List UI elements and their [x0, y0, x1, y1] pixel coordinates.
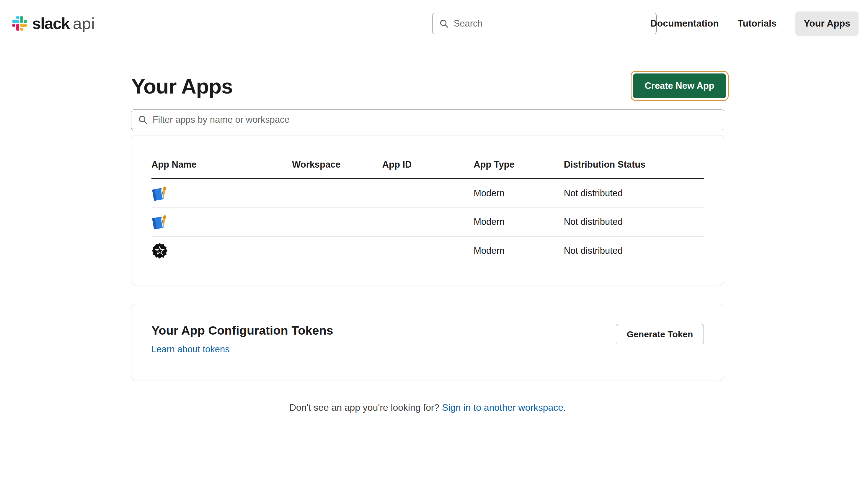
distribution-status-cell: Not distributed [564, 216, 704, 227]
column-app-id: App ID [382, 159, 474, 170]
table-header-row: App Name Workspace App ID App Type Distr… [151, 136, 704, 179]
filter-apps-box[interactable] [131, 110, 724, 130]
page-footer: Don't see an app you're looking for? Sig… [131, 402, 724, 413]
footer-suffix: . [563, 402, 566, 413]
logo-text-api: api [73, 14, 95, 33]
table-row[interactable]: Modern Not distributed [151, 208, 704, 237]
main-content: Your Apps Create New App App Name Worksp… [131, 47, 724, 413]
site-header: slack api Documentation Tutorials Your A… [0, 0, 868, 47]
app-type-cell: Modern [474, 246, 564, 256]
nav-your-apps[interactable]: Your Apps [795, 11, 859, 36]
generate-token-button[interactable]: Generate Token [616, 324, 704, 344]
filter-search-icon [138, 115, 148, 124]
app-name-cell [151, 214, 292, 230]
app-type-cell: Modern [474, 188, 564, 199]
blue-notebook-icon [151, 214, 168, 230]
nav-documentation[interactable]: Documentation [650, 18, 719, 29]
footer-prompt-text: Don't see an app you're looking for? [289, 402, 442, 413]
slack-api-logo[interactable]: slack api [12, 0, 95, 47]
app-name-cell [151, 185, 292, 202]
app-name-cell [151, 242, 292, 259]
column-workspace: Workspace [292, 159, 382, 170]
app-type-cell: Modern [474, 216, 564, 227]
column-distribution-status: Distribution Status [564, 159, 704, 170]
app-table-body: Modern Not distributed [151, 179, 704, 266]
column-app-type: App Type [474, 159, 564, 170]
create-new-app-button[interactable]: Create New App [633, 74, 726, 98]
column-app-name: App Name [151, 159, 292, 170]
blue-notebook-icon [151, 185, 168, 202]
nav-tutorials[interactable]: Tutorials [737, 18, 777, 29]
header-search-input[interactable] [454, 18, 650, 29]
distribution-status-cell: Not distributed [564, 188, 704, 199]
apps-table-card: App Name Workspace App ID App Type Distr… [131, 135, 724, 285]
logo-text-slack: slack [32, 14, 70, 33]
distribution-status-cell: Not distributed [564, 246, 704, 256]
table-row[interactable]: Modern Not distributed [151, 237, 704, 266]
table-row[interactable]: Modern Not distributed [151, 179, 704, 208]
top-nav: Documentation Tutorials Your Apps [650, 0, 859, 47]
star-badge-icon [151, 242, 168, 259]
slack-logo-icon [12, 16, 27, 31]
config-tokens-card: Your App Configuration Tokens Learn abou… [131, 304, 724, 380]
filter-apps-input[interactable] [152, 115, 717, 125]
search-icon [439, 19, 449, 28]
page: slack api Documentation Tutorials Your A… [0, 0, 868, 491]
sign-in-another-workspace-link[interactable]: Sign in to another workspace [442, 402, 563, 413]
create-app-focus-ring: Create New App [631, 71, 729, 101]
header-search-box[interactable] [432, 13, 656, 34]
learn-about-tokens-link[interactable]: Learn about tokens [151, 344, 230, 355]
